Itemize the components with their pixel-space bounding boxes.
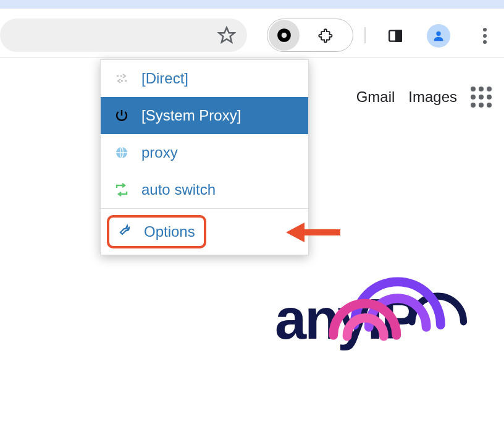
menu-item-proxy[interactable]: proxy: [101, 134, 308, 171]
images-link[interactable]: Images: [408, 88, 457, 106]
apps-grid-icon[interactable]: [471, 87, 492, 108]
cycle-icon: [113, 182, 130, 197]
menu-item-direct[interactable]: [Direct]: [101, 60, 308, 97]
svg-marker-0: [219, 28, 235, 43]
browser-toolbar: [0, 9, 504, 58]
svg-point-6: [483, 28, 487, 32]
gmail-link[interactable]: Gmail: [356, 88, 395, 106]
swap-icon: [113, 71, 130, 86]
globe-icon: [113, 145, 130, 160]
svg-point-5: [436, 32, 440, 36]
menu-item-label: [Direct]: [141, 70, 188, 87]
menu-item-label: [System Proxy]: [141, 107, 241, 124]
google-header-links: Gmail Images: [356, 87, 504, 108]
power-icon: [113, 108, 130, 123]
address-bar[interactable]: [0, 19, 247, 52]
switchyomega-popup-menu: [Direct] [System Proxy] proxy auto switc…: [100, 59, 309, 255]
svg-marker-11: [286, 222, 304, 242]
menu-options-row: Options: [101, 209, 308, 255]
tab-strip: [0, 0, 504, 9]
toolbar-separator: [364, 27, 366, 43]
annotation-arrow-icon: [286, 220, 342, 248]
svg-point-7: [483, 34, 487, 38]
svg-point-8: [483, 40, 487, 44]
switchyomega-extension-button[interactable]: [269, 20, 300, 51]
side-panel-button[interactable]: [383, 23, 408, 48]
options-button[interactable]: Options: [107, 215, 206, 248]
bookmark-star-icon[interactable]: [217, 26, 236, 44]
anyip-cloud-arcs-icon: [323, 265, 484, 347]
profile-button[interactable]: [426, 23, 451, 48]
menu-item-system-proxy[interactable]: [System Proxy]: [101, 97, 308, 134]
anyip-logo: anyIP: [275, 290, 417, 347]
svg-rect-4: [396, 30, 401, 41]
wrench-icon: [118, 222, 133, 241]
extensions-group: [267, 19, 353, 52]
avatar-icon: [427, 24, 450, 48]
svg-point-2: [282, 33, 287, 38]
menu-item-label: proxy: [141, 144, 178, 161]
extensions-button[interactable]: [300, 27, 353, 44]
options-label: Options: [144, 223, 195, 240]
chrome-menu-button[interactable]: [476, 23, 494, 48]
menu-item-label: auto switch: [141, 181, 216, 198]
menu-item-auto-switch[interactable]: auto switch: [101, 171, 308, 208]
